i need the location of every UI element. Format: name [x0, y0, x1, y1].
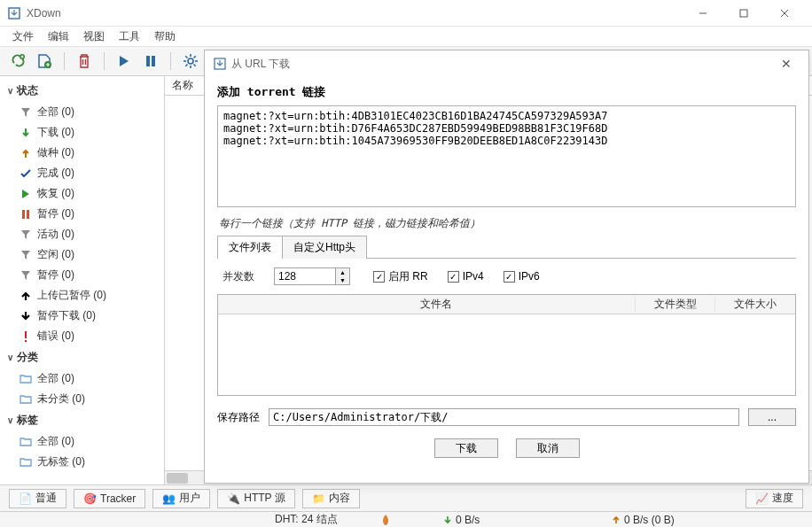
menu-tools[interactable]: 工具 — [112, 27, 147, 46]
bottom-tabs: 📄普通 🎯Tracker 👥用户 🔌HTTP 源 📁内容 📈速度 — [0, 484, 812, 511]
sidebar-item[interactable]: 上传已暂停 (0) — [2, 285, 162, 306]
sidebar-item[interactable]: 完成 (0) — [2, 163, 162, 183]
sidebar-item-label: 全部 (0) — [37, 105, 74, 120]
arrow-up-bold-icon — [20, 291, 32, 301]
browse-button[interactable]: ... — [748, 408, 796, 426]
dialog-titlebar: 从 URL 下载 ✕ — [205, 50, 808, 77]
sidebar-item[interactable]: 暂停 (0) — [2, 265, 162, 285]
sidebar-item[interactable]: 全部 (0) — [2, 102, 162, 122]
dialog-close-button[interactable]: ✕ — [773, 57, 800, 71]
sidebar-item[interactable]: 下载 (0) — [2, 122, 162, 143]
sidebar-item[interactable]: 做种 (0) — [2, 143, 162, 163]
spinner-up[interactable]: ▲ — [336, 268, 349, 276]
sidebar-item[interactable]: 未分类 (0) — [2, 389, 162, 409]
url-textarea[interactable]: magnet:?xt=urn:btih:4DB3101EC4023CB16D1B… — [217, 105, 796, 207]
sidebar-item[interactable]: 全部 (0) — [2, 431, 162, 452]
col-filesize[interactable]: 文件大小 — [715, 297, 795, 312]
check-icon — [20, 169, 32, 178]
status-up: 0 B/s (0 B) — [612, 514, 675, 526]
sidebar-item-label: 暂停 (0) — [37, 206, 74, 221]
maximize-button[interactable] — [723, 0, 764, 27]
download-button[interactable]: 下载 — [434, 438, 498, 458]
pause-icon — [20, 209, 32, 220]
sidebar-item[interactable]: 暂停 (0) — [2, 204, 162, 224]
tab-content[interactable]: 📁内容 — [302, 489, 360, 508]
sidebar-group-header[interactable]: ∨状态 — [2, 80, 162, 102]
col-filetype[interactable]: 文件类型 — [636, 297, 715, 312]
menu-file[interactable]: 文件 — [5, 27, 41, 46]
add-link-button[interactable] — [7, 50, 28, 72]
tab-http[interactable]: 🔌HTTP 源 — [217, 489, 294, 508]
sidebar-item[interactable]: 错误 (0) — [2, 326, 162, 346]
file-table: 文件名 文件类型 文件大小 — [217, 294, 796, 396]
arrow-down-bold-icon — [20, 311, 32, 322]
concurrency-input[interactable] — [274, 267, 336, 285]
sidebar-item[interactable]: 恢复 (0) — [2, 183, 162, 204]
pause-button[interactable] — [140, 50, 161, 72]
funnel-icon — [20, 270, 32, 281]
cancel-button[interactable]: 取消 — [516, 438, 580, 458]
path-input[interactable] — [269, 408, 739, 426]
sidebar-item[interactable]: 空闲 (0) — [2, 244, 162, 265]
sidebar-item-label: 完成 (0) — [37, 166, 74, 181]
tracker-icon: 🎯 — [83, 492, 97, 505]
svg-point-9 — [188, 58, 193, 64]
checkbox-ipv6[interactable]: ✓IPv6 — [504, 270, 540, 283]
tab-httpheader[interactable]: 自定义Http头 — [282, 236, 367, 259]
menu-help[interactable]: 帮助 — [147, 27, 183, 46]
col-filename[interactable]: 文件名 — [238, 297, 636, 312]
start-button[interactable] — [113, 50, 135, 72]
sidebar-item-label: 全部 (0) — [37, 371, 74, 386]
sidebar-item-label: 暂停 (0) — [37, 267, 74, 283]
checkbox-rr[interactable]: ✓启用 RR — [373, 269, 428, 284]
sidebar-item-label: 上传已暂停 (0) — [37, 288, 106, 303]
menubar: 文件 编辑 视图 工具 帮助 — [0, 27, 812, 46]
delete-button[interactable] — [74, 50, 95, 72]
folder-icon — [20, 374, 32, 384]
path-label: 保存路径 — [217, 410, 260, 425]
sidebar-group-header[interactable]: ∨标签 — [2, 409, 162, 431]
tab-general[interactable]: 📄普通 — [9, 489, 66, 508]
folder-icon — [20, 394, 32, 404]
folder-icon: 📁 — [312, 492, 325, 505]
spinner-down[interactable]: ▼ — [336, 276, 349, 284]
add-file-button[interactable] — [34, 50, 55, 72]
settings-button[interactable] — [180, 50, 201, 72]
svg-rect-20 — [27, 210, 29, 219]
folder-icon — [20, 457, 32, 467]
checkbox-ipv4[interactable]: ✓IPv4 — [448, 270, 484, 283]
play-icon — [20, 189, 32, 199]
tab-filelist[interactable]: 文件列表 — [217, 236, 283, 259]
sidebar-group-header[interactable]: ∨分类 — [2, 346, 162, 368]
menu-edit[interactable]: 编辑 — [41, 27, 76, 46]
sidebar-item[interactable]: 暂停下载 (0) — [2, 306, 162, 326]
tab-users[interactable]: 👥用户 — [152, 489, 210, 508]
menu-view[interactable]: 视图 — [76, 27, 112, 46]
svg-line-16 — [194, 56, 196, 58]
window-title: XDown — [27, 7, 683, 19]
svg-line-14 — [185, 56, 187, 58]
svg-rect-21 — [25, 331, 27, 338]
svg-rect-7 — [146, 56, 150, 66]
tab-speed[interactable]: 📈速度 — [746, 489, 803, 508]
sidebar-item[interactable]: 无标签 (0) — [2, 452, 162, 472]
sidebar-item[interactable]: 活动 (0) — [2, 224, 162, 244]
concurrency-spinner[interactable]: ▲▼ — [274, 267, 354, 285]
sidebar-item[interactable]: 全部 (0) — [2, 368, 162, 389]
sidebar-item-label: 下载 (0) — [37, 125, 74, 140]
sidebar: ∨状态全部 (0)下载 (0)做种 (0)完成 (0)恢复 (0)暂停 (0)活… — [0, 76, 165, 484]
svg-rect-19 — [22, 210, 25, 219]
sidebar-item-label: 空闲 (0) — [37, 247, 74, 262]
doc-icon: 📄 — [19, 492, 32, 505]
dialog-heading: 添加 torrent 链接 — [217, 84, 796, 100]
minimize-button[interactable] — [683, 0, 723, 27]
svg-rect-2 — [740, 10, 747, 17]
funnel-icon — [20, 229, 32, 240]
dialog-tabs: 文件列表 自定义Http头 — [217, 235, 796, 259]
status-dht: DHT: 24 结点 — [275, 512, 338, 527]
col-name: 名称 — [172, 78, 193, 93]
close-button[interactable] — [764, 0, 805, 27]
sidebar-item-label: 做种 (0) — [37, 145, 74, 160]
sidebar-item-label: 错误 (0) — [37, 329, 74, 344]
tab-tracker[interactable]: 🎯Tracker — [74, 489, 145, 508]
